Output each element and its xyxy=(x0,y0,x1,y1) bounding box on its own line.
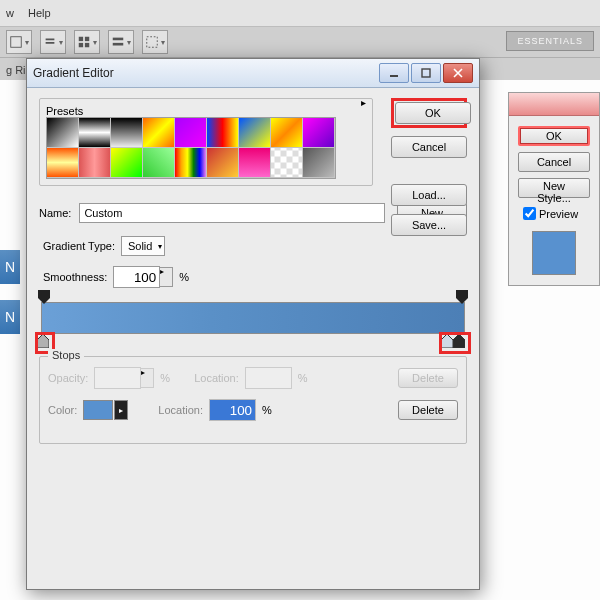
smoothness-input[interactable] xyxy=(113,266,160,288)
smoothness-row: Smoothness: ▸ % xyxy=(43,266,467,288)
dialog-button-column: OK Cancel Load... Save... xyxy=(391,98,467,244)
tool-icon-2[interactable] xyxy=(40,30,66,54)
svg-marker-13 xyxy=(456,290,468,304)
dialog-title: Gradient Editor xyxy=(33,66,379,80)
secondary-cancel-button[interactable]: Cancel xyxy=(518,152,590,172)
color-location-label: Location: xyxy=(158,404,203,416)
preset-swatch-0[interactable] xyxy=(47,118,79,148)
preset-swatch-4[interactable] xyxy=(175,118,207,148)
color-swatch-dropdown[interactable]: ▸ xyxy=(114,400,128,420)
opacity-stop-right[interactable] xyxy=(456,290,468,304)
svg-rect-6 xyxy=(85,43,89,47)
maximize-button[interactable] xyxy=(411,63,441,83)
smoothness-spinner[interactable]: ▸ xyxy=(159,267,173,287)
svg-marker-15 xyxy=(441,334,453,348)
secondary-titlebar[interactable] xyxy=(509,93,599,116)
presets-grid xyxy=(46,117,336,179)
preset-swatch-1[interactable] xyxy=(79,118,111,148)
secondary-dialog: OK Cancel New Style... Preview xyxy=(508,92,600,286)
preset-swatch-9[interactable] xyxy=(47,148,79,178)
preset-swatch-10[interactable] xyxy=(79,148,111,178)
preset-swatch-13[interactable] xyxy=(175,148,207,178)
preset-swatch-5[interactable] xyxy=(207,118,239,148)
svg-rect-11 xyxy=(422,69,430,77)
preset-swatch-12[interactable] xyxy=(143,148,175,178)
secondary-ok-button[interactable]: OK xyxy=(518,126,590,146)
menu-help[interactable]: Help xyxy=(28,7,51,19)
opacity-unit: % xyxy=(160,372,170,384)
smoothness-unit: % xyxy=(179,271,189,283)
presets-group: Presets ▸ xyxy=(39,98,373,186)
gradient-type-select[interactable]: Solid xyxy=(121,236,165,256)
opacity-spinner: ▸ xyxy=(140,368,154,388)
preset-swatch-7[interactable] xyxy=(271,118,303,148)
preview-swatch xyxy=(532,231,576,275)
svg-marker-16 xyxy=(453,334,465,348)
close-button[interactable] xyxy=(443,63,473,83)
side-panel-tab-1[interactable]: N xyxy=(0,250,20,284)
preset-swatch-14[interactable] xyxy=(207,148,239,178)
svg-marker-14 xyxy=(37,334,49,348)
cancel-button[interactable]: Cancel xyxy=(391,136,467,158)
tool-icon-1[interactable] xyxy=(6,30,32,54)
preset-swatch-8[interactable] xyxy=(303,118,335,148)
svg-rect-10 xyxy=(390,75,398,77)
svg-rect-4 xyxy=(85,37,89,41)
tool-icon-3[interactable] xyxy=(74,30,100,54)
svg-rect-8 xyxy=(113,43,124,46)
side-panel-tab-2[interactable]: N xyxy=(0,300,20,334)
svg-rect-9 xyxy=(147,37,158,48)
opacity-label: Opacity: xyxy=(48,372,88,384)
svg-rect-2 xyxy=(46,42,55,44)
load-button[interactable]: Load... xyxy=(391,184,467,206)
color-swatch[interactable] xyxy=(83,400,113,420)
opacity-stop-left[interactable] xyxy=(38,290,50,304)
gradient-ramp[interactable] xyxy=(41,302,465,334)
presets-flyout-icon[interactable]: ▸ xyxy=(361,97,366,108)
presets-legend: Presets xyxy=(46,105,83,117)
ok-button[interactable]: OK xyxy=(395,102,471,124)
preset-swatch-16[interactable] xyxy=(271,148,303,178)
minimize-button[interactable] xyxy=(379,63,409,83)
menubar: w Help xyxy=(0,0,600,27)
svg-rect-7 xyxy=(113,38,124,41)
color-label: Color: xyxy=(48,404,77,416)
svg-rect-0 xyxy=(11,37,22,48)
color-stop-row: Color: ▸ Location: % Delete xyxy=(48,399,458,421)
tool-icon-5[interactable] xyxy=(142,30,168,54)
color-location-unit: % xyxy=(262,404,272,416)
preview-label: Preview xyxy=(539,208,578,220)
opacity-input xyxy=(94,367,141,389)
stops-legend: Stops xyxy=(48,349,84,361)
opacity-delete-button: Delete xyxy=(398,368,458,388)
svg-marker-12 xyxy=(38,290,50,304)
opacity-location-unit: % xyxy=(298,372,308,384)
preset-swatch-6[interactable] xyxy=(239,118,271,148)
preset-swatch-17[interactable] xyxy=(303,148,335,178)
svg-rect-3 xyxy=(79,37,83,41)
color-location-input[interactable] xyxy=(209,399,256,421)
menu-view[interactable]: w xyxy=(6,7,14,19)
titlebar[interactable]: Gradient Editor xyxy=(27,59,479,88)
name-label: Name: xyxy=(39,207,71,219)
preset-swatch-2[interactable] xyxy=(111,118,143,148)
opacity-location-input xyxy=(245,367,292,389)
workspace-essentials[interactable]: ESSENTIALS xyxy=(506,31,594,51)
svg-rect-1 xyxy=(46,39,55,41)
color-delete-button[interactable]: Delete xyxy=(398,400,458,420)
gradient-type-label: Gradient Type: xyxy=(43,240,115,252)
save-button[interactable]: Save... xyxy=(391,214,467,236)
preview-checkbox[interactable] xyxy=(523,207,536,220)
opacity-location-label: Location: xyxy=(194,372,239,384)
smoothness-label: Smoothness: xyxy=(43,271,107,283)
opacity-stop-row: Opacity: ▸ % Location: % Delete xyxy=(48,367,458,389)
stops-group: Stops Opacity: ▸ % Location: % Delete Co… xyxy=(39,356,467,444)
color-stop-right-group[interactable] xyxy=(441,334,469,352)
name-input[interactable] xyxy=(79,203,385,223)
secondary-new-style-button[interactable]: New Style... xyxy=(518,178,590,198)
preset-swatch-11[interactable] xyxy=(111,148,143,178)
preset-swatch-3[interactable] xyxy=(143,118,175,148)
preset-swatch-15[interactable] xyxy=(239,148,271,178)
tool-icon-4[interactable] xyxy=(108,30,134,54)
ok-highlight: OK xyxy=(391,98,467,128)
